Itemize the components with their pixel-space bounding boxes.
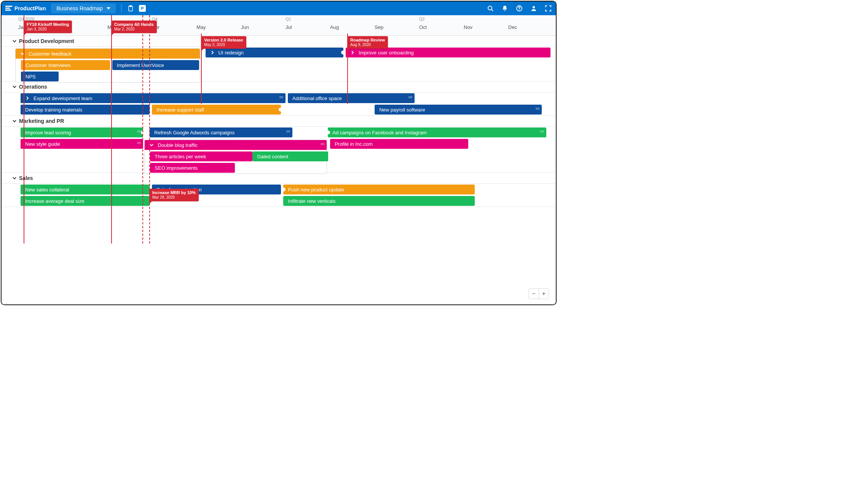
bar-label: Implement UserVoice bbox=[117, 62, 164, 68]
zoom-out-button[interactable]: − bbox=[529, 289, 539, 299]
bar-label: Improve lead scoring bbox=[25, 130, 71, 135]
milestone-flag[interactable]: Roadmap ReviewAug 9, 2020 bbox=[347, 36, 388, 49]
svg-line-6 bbox=[491, 10, 493, 11]
drag-handle-icon[interactable] bbox=[321, 143, 324, 145]
lane-header[interactable]: Operations bbox=[2, 81, 556, 92]
svg-rect-1 bbox=[5, 8, 10, 9]
brand[interactable]: ProductPlan bbox=[5, 5, 46, 11]
milestone-date: Jan 3, 2020 bbox=[27, 27, 69, 32]
roadmap-bar[interactable]: Gated content bbox=[252, 151, 328, 161]
bar-label: Ad campaigns on Facebook and Instagram bbox=[332, 130, 427, 135]
svg-rect-0 bbox=[5, 6, 12, 7]
milestone-line bbox=[111, 15, 112, 244]
bar-label: Customer Interviews bbox=[26, 62, 70, 68]
timeline-header: Q3 2020Q4Q1Q2 JanFebMarAprMayJunJulAugSe… bbox=[2, 15, 556, 36]
bar-label: NPS bbox=[26, 74, 36, 80]
bar-label: Three articles per week bbox=[155, 154, 206, 159]
month-label: Dec bbox=[508, 24, 517, 30]
roadmap-bar[interactable]: SEO improvements bbox=[150, 163, 235, 173]
bar-label: SEO improvements bbox=[155, 165, 198, 171]
roadmap-bar[interactable]: Improve user onboarding bbox=[346, 48, 550, 57]
roadmap-bar[interactable]: Refresh Google Adwords campaigns bbox=[150, 127, 292, 137]
bar-label: Increase support staff bbox=[156, 107, 204, 113]
user-icon[interactable] bbox=[530, 5, 538, 12]
roadmap-bar[interactable]: Implement UserVoice bbox=[112, 60, 199, 70]
chevron-down-icon bbox=[12, 84, 17, 89]
roadmap-bar[interactable]: Additional office space bbox=[288, 93, 415, 103]
roadmap-bar[interactable]: Ad campaigns on Facebook and Instagram bbox=[328, 127, 546, 137]
month-label: Aug bbox=[330, 24, 339, 30]
bar-label: Double blog traffic bbox=[158, 142, 198, 148]
milestone-flag[interactable]: FY18 Kickoff MeetingJan 3, 2020 bbox=[24, 21, 72, 33]
lane-header[interactable]: Sales bbox=[2, 173, 556, 184]
drag-handle-icon[interactable] bbox=[137, 131, 141, 133]
milestone-line bbox=[24, 15, 24, 244]
clipboard-icon[interactable] bbox=[127, 5, 134, 12]
roadmap-bar[interactable]: NPS bbox=[21, 72, 59, 81]
roadmap-bar[interactable]: Profile in Inc.com bbox=[330, 139, 468, 149]
roadmap-bar[interactable]: Infiltrate new verticals bbox=[283, 196, 475, 206]
svg-point-5 bbox=[488, 6, 492, 10]
bar-label: Additional office space bbox=[292, 96, 342, 101]
bell-icon[interactable] bbox=[501, 5, 509, 12]
bar-label: Expand development team bbox=[34, 96, 93, 101]
milestone-title: Version 2.0 Release bbox=[204, 38, 243, 43]
bar-label: Refresh Google Adwords campaigns bbox=[154, 130, 235, 135]
roadmap-bar[interactable]: UI redesign bbox=[206, 48, 344, 57]
bar-label: Customer feedback bbox=[29, 51, 72, 57]
bar-label: New style guide bbox=[25, 141, 60, 147]
parking-lot-icon[interactable]: P bbox=[139, 5, 146, 12]
milestone-line bbox=[142, 15, 143, 244]
bar-label: Improve user onboarding bbox=[359, 50, 414, 56]
lane-title: Product Development bbox=[19, 38, 74, 44]
drag-handle-icon[interactable] bbox=[137, 142, 141, 144]
caret-down-icon bbox=[107, 7, 110, 10]
lane-body: Customer feedbackCustomer InterviewsImpl… bbox=[2, 47, 556, 81]
drag-handle-icon[interactable] bbox=[536, 108, 539, 110]
roadmap-bar[interactable]: Develop training materials bbox=[21, 105, 150, 115]
brand-icon bbox=[5, 6, 12, 11]
roadmap-bar[interactable]: New payroll software bbox=[375, 105, 542, 115]
svg-rect-4 bbox=[129, 6, 131, 7]
roadmap-bar[interactable]: New sales collateral bbox=[21, 185, 150, 194]
divider bbox=[121, 4, 121, 13]
roadmap-bar[interactable]: Increase support staff bbox=[152, 105, 281, 115]
drag-handle-icon[interactable] bbox=[279, 96, 283, 99]
milestone-flag[interactable]: Version 2.0 ReleaseMay 2, 2020 bbox=[201, 36, 246, 49]
milestone-title: FY18 Kickoff Meeting bbox=[27, 22, 69, 27]
roadmap-bar[interactable]: Push new product update bbox=[283, 185, 475, 194]
roadmap-bar[interactable]: Customer feedback bbox=[16, 49, 200, 59]
lane-body: Expand development teamAdditional office… bbox=[2, 92, 556, 116]
lane-body: Improve lead scoringRefresh Google Adwor… bbox=[2, 127, 556, 173]
milestone-flag[interactable]: Company All HandsMar 2, 2020 bbox=[111, 21, 157, 33]
roadmap-bar[interactable]: Double blog traffic bbox=[145, 140, 327, 150]
expand-icon[interactable] bbox=[544, 5, 552, 12]
zoom-controls: − + bbox=[528, 288, 549, 299]
lane-header[interactable]: Product Development bbox=[2, 36, 556, 47]
container-group: Double blog trafficThree articles per we… bbox=[144, 140, 327, 174]
milestone-flag[interactable]: Increase MRR by 10%Mar 28, 2020 bbox=[149, 189, 199, 201]
milestone-date: Aug 9, 2020 bbox=[350, 43, 385, 47]
search-icon[interactable] bbox=[487, 5, 494, 12]
roadmap-selector[interactable]: Business Roadmap bbox=[51, 3, 115, 13]
roadmap-bar[interactable]: Customer Interviews bbox=[21, 60, 110, 70]
roadmap-bar[interactable]: Increase average deal size bbox=[21, 196, 150, 206]
roadmap-bar[interactable]: New style guide bbox=[21, 139, 143, 149]
chevron-right-icon bbox=[350, 50, 355, 55]
milestone-title: Company All Hands bbox=[114, 22, 154, 27]
chevron-down-icon bbox=[12, 176, 17, 180]
lane-header[interactable]: Marketing and PR bbox=[2, 116, 556, 127]
drag-handle-icon[interactable] bbox=[540, 131, 544, 133]
drag-handle-icon[interactable] bbox=[408, 96, 412, 99]
help-icon[interactable] bbox=[515, 5, 523, 12]
zoom-in-button[interactable]: + bbox=[539, 289, 549, 299]
roadmap-bar[interactable]: Improve lead scoring bbox=[21, 127, 143, 137]
bar-label: Profile in Inc.com bbox=[335, 141, 373, 147]
svg-point-9 bbox=[533, 6, 535, 8]
milestone-line bbox=[149, 15, 150, 244]
roadmap-bar[interactable]: Three articles per week bbox=[150, 151, 252, 161]
container-group: Customer feedbackCustomer InterviewsImpl… bbox=[15, 48, 200, 83]
milestone-date: Mar 2, 2020 bbox=[114, 27, 154, 32]
drag-handle-icon[interactable] bbox=[286, 131, 290, 133]
roadmap-bar[interactable]: Expand development team bbox=[21, 93, 286, 103]
